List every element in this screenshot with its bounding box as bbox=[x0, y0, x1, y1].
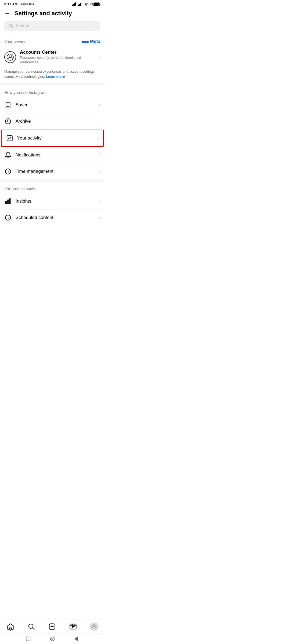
svg-rect-4 bbox=[78, 5, 79, 6]
wifi-icon bbox=[84, 2, 89, 6]
accounts-description: Manage your connected experiences and ac… bbox=[0, 68, 105, 83]
svg-rect-19 bbox=[8, 200, 9, 204]
archive-label: Archive bbox=[16, 119, 95, 124]
how-you-use-label: How you use Instagram bbox=[4, 90, 47, 95]
menu-item-notifications[interactable]: Notifications › bbox=[0, 147, 105, 163]
time-management-label: Time management bbox=[16, 169, 95, 174]
svg-point-13 bbox=[9, 55, 12, 57]
how-you-use-section-header: How you use Instagram bbox=[0, 85, 105, 97]
saved-chevron: › bbox=[99, 103, 100, 107]
notifications-chevron: › bbox=[99, 153, 100, 158]
svg-rect-6 bbox=[80, 3, 81, 6]
menu-item-archive[interactable]: Archive › bbox=[0, 113, 105, 129]
for-professionals-section-header: For professionals bbox=[0, 182, 105, 193]
svg-rect-3 bbox=[75, 2, 76, 6]
your-activity-label: Your activity bbox=[17, 136, 94, 141]
insights-icon bbox=[4, 197, 12, 205]
search-container: Search bbox=[0, 21, 105, 35]
signal-icon-2 bbox=[78, 2, 83, 6]
learn-more-link[interactable]: Learn more bbox=[46, 75, 65, 79]
scheduled-content-icon bbox=[4, 214, 12, 221]
status-bar: 8:17 AM | 298KB/s 89 bbox=[0, 0, 105, 7]
archive-chevron: › bbox=[99, 119, 100, 124]
your-activity-chevron: › bbox=[97, 136, 99, 141]
time-management-chevron: › bbox=[99, 169, 100, 174]
status-time-speed: 8:17 AM | 298KB/s bbox=[4, 2, 34, 6]
notifications-icon bbox=[4, 151, 12, 159]
svg-rect-20 bbox=[9, 199, 10, 204]
status-icons: 89 bbox=[72, 2, 100, 6]
search-bar[interactable]: Search bbox=[4, 21, 100, 31]
your-account-section-header: Your account Meta bbox=[0, 35, 105, 46]
accounts-center-subtitle: Password, security, personal details, ad… bbox=[20, 56, 95, 65]
svg-rect-7 bbox=[81, 2, 82, 6]
svg-rect-5 bbox=[79, 4, 80, 6]
accounts-center-item[interactable]: Accounts Center Password, security, pers… bbox=[0, 46, 105, 68]
saved-icon bbox=[4, 101, 12, 109]
archive-icon bbox=[4, 118, 12, 125]
meta-label: Meta bbox=[90, 39, 100, 44]
for-professionals-label: For professionals bbox=[4, 186, 35, 191]
menu-item-insights[interactable]: Insights › bbox=[0, 193, 105, 209]
page-header: ← Settings and activity bbox=[0, 7, 105, 21]
search-placeholder: Search bbox=[16, 23, 29, 28]
your-account-label: Your account bbox=[4, 39, 28, 44]
battery-icon: 89 bbox=[90, 2, 100, 6]
saved-label: Saved bbox=[16, 102, 95, 108]
svg-rect-0 bbox=[72, 5, 73, 6]
accounts-center-icon bbox=[4, 51, 16, 63]
back-button[interactable]: ← bbox=[4, 10, 10, 17]
your-activity-icon bbox=[6, 134, 13, 142]
svg-rect-2 bbox=[74, 3, 75, 6]
scheduled-content-label: Scheduled content bbox=[16, 215, 95, 220]
menu-item-time-management[interactable]: Time management › bbox=[0, 163, 105, 180]
menu-item-scheduled-content[interactable]: Scheduled content › bbox=[0, 210, 105, 226]
accounts-center-chevron: › bbox=[99, 55, 100, 60]
signal-icon bbox=[72, 2, 77, 6]
svg-rect-10 bbox=[100, 3, 101, 5]
svg-line-12 bbox=[11, 27, 12, 28]
menu-item-your-activity[interactable]: Your activity › bbox=[1, 130, 104, 147]
accounts-center-title: Accounts Center bbox=[20, 50, 95, 55]
section-divider-1 bbox=[0, 83, 105, 85]
meta-logo: Meta bbox=[81, 39, 100, 44]
menu-item-saved[interactable]: Saved › bbox=[0, 97, 105, 113]
svg-rect-1 bbox=[73, 4, 74, 6]
accounts-center-text: Accounts Center Password, security, pers… bbox=[20, 50, 95, 65]
svg-rect-18 bbox=[5, 201, 6, 204]
svg-rect-9 bbox=[94, 3, 99, 6]
scheduled-content-chevron: › bbox=[99, 215, 100, 220]
search-icon bbox=[8, 23, 13, 28]
insights-label: Insights bbox=[16, 199, 95, 204]
notifications-label: Notifications bbox=[16, 152, 95, 158]
insights-chevron: › bbox=[99, 199, 100, 204]
section-divider-2 bbox=[0, 180, 105, 182]
page-title: Settings and activity bbox=[15, 10, 72, 17]
time-management-icon bbox=[4, 168, 12, 175]
